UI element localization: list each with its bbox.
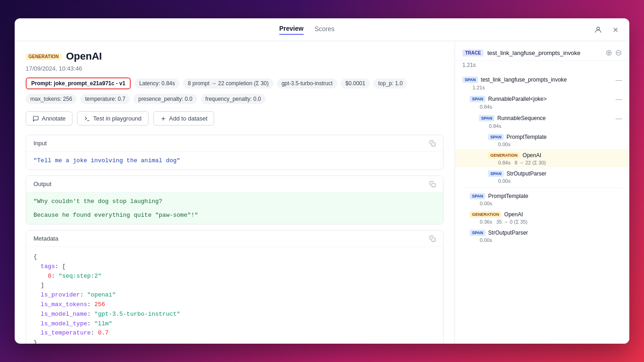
input-section: Input "Tell me a joke involving the anim… [26,135,444,170]
tabs-area: Preview Scores [22,25,592,35]
span-collapse-0[interactable]: — [616,76,622,83]
metadata-section: Metadata { tags: [ 0: "seq:step:2" ] ls_… [26,230,444,344]
span-row-1[interactable]: SPAN RunnableParallel<joke> — [470,94,622,104]
remove-trace-icon[interactable]: ⊖ [615,48,622,58]
span-item-7: GENERATION OpenAI 0.36s 35 → 0 (Σ 35) [455,208,629,226]
span-name-7: OpenAI [504,211,523,218]
input-section-header: Input [26,135,443,151]
span-item-3: SPAN PromptTemplate 0.00s [455,131,629,149]
latency-chip: Latency: 0.84s [134,78,179,88]
add-dataset-button[interactable]: Add to dataset [153,111,215,126]
svg-point-0 [597,27,600,30]
annotate-button[interactable]: Annotate [26,111,72,126]
span-badge-0: SPAN [462,77,478,83]
top-p-chip: top_p: 1.0 [373,78,407,88]
trace-icons: ⊕ ⊖ [605,48,622,58]
user-icon[interactable] [592,23,605,36]
chat-icon [33,115,39,122]
actions-row: Annotate Test in playground Add to datas… [26,111,444,126]
span-row-0[interactable]: SPAN test_link_langfuse_prompts_invoke — [462,75,622,85]
input-copy-button[interactable] [429,140,436,147]
span-time-2: 0.84s [489,123,622,129]
span-badge-2: SPAN [479,115,494,121]
frequency-penalty-chip: frequency_penalty: 0.0 [201,94,266,104]
output-copy-button[interactable] [429,181,436,187]
max-tokens-chip: max_tokens: 256 [26,94,77,104]
span-time-8: 0.00s [480,237,622,243]
temperature-chip: temperature: 0.7 [80,94,130,104]
span-badge-3: SPAN [488,134,504,140]
metadata-label: Metadata [33,235,58,242]
gen-badge-7: GENERATION [470,211,501,218]
span-time-6: 0.00s [480,201,622,206]
span-row-4[interactable]: GENERATION OpenAI [488,151,622,160]
span-item-8: SPAN StrOutputParser 0.00s [455,226,629,245]
model-chip: gpt-3.5-turbo-instruct [277,78,337,88]
span-time-0: 1.21s [472,85,622,90]
tokens-chip: 8 prompt → 22 completion (Σ 30) [183,78,273,88]
trace-total-time: 1.21s [455,61,629,73]
plus-icon [160,115,167,122]
span-name-8: StrOutputParser [488,230,528,236]
span-item-5: SPAN StrOutputParser 0.00s [455,167,629,186]
prompt-tag[interactable]: Prompt: joke_prompt_e21a971c - v1 [26,77,131,89]
top-bar: Preview Scores [15,18,629,41]
test-playground-button[interactable]: Test in playground [77,111,149,126]
span-row-6[interactable]: SPAN PromptTemplate [470,192,622,201]
output-label: Output [33,181,51,187]
input-content: "Tell me a joke involving the animal dog… [26,151,443,170]
span-item-6: SPAN PromptTemplate 0.00s [455,190,629,208]
span-badge-1: SPAN [470,96,485,102]
terminal-icon [84,115,90,122]
generation-title: OpenAI [66,50,102,62]
span-name-0: test_link_langfuse_prompts_invoke [481,77,566,83]
span-item-2: SPAN RunnableSequence — 0.84s [455,111,629,131]
span-time-7: 0.36s 35 → 0 (Σ 35) [480,219,622,225]
main-window: Preview Scores GENERATION OpenAI [15,18,629,344]
span-row-7[interactable]: GENERATION OpenAI [470,210,622,219]
trace-divider [462,187,622,188]
generation-badge: GENERATION [26,53,61,60]
left-panel: GENERATION OpenAI 17/09/2024, 10:43:46 P… [15,41,455,344]
meta-row-2: max_tokens: 256 temperature: 0.7 presenc… [26,94,444,104]
span-row-2[interactable]: SPAN RunnableSequence — [479,113,622,123]
span-name-1: RunnableParallel<joke> [488,96,546,102]
trace-panel: TRACE test_link_langfuse_prompts_invoke … [455,41,629,344]
output-section: Output "Why couldn't the dog stop laughi… [26,176,444,225]
main-content: GENERATION OpenAI 17/09/2024, 10:43:46 P… [15,41,629,344]
gen-badge-4: GENERATION [488,152,520,159]
span-item-0: SPAN test_link_langfuse_prompts_invoke —… [455,73,629,92]
svg-rect-6 [432,143,435,146]
span-collapse-2[interactable]: — [616,115,622,122]
generation-date: 17/09/2024, 10:43:46 [26,65,444,72]
span-name-6: PromptTemplate [488,193,528,199]
output-content: "Why couldn't the dog stop laughing? Bec… [26,192,443,224]
span-row-8[interactable]: SPAN StrOutputParser [470,228,622,237]
generation-header: GENERATION OpenAI [26,50,444,62]
span-name-2: RunnableSequence [497,115,545,121]
span-name-3: PromptTemplate [506,134,546,140]
span-time-1: 0.84s [480,104,622,110]
tab-preview[interactable]: Preview [279,25,304,35]
metadata-copy-button[interactable] [429,236,436,242]
span-row-5[interactable]: SPAN StrOutputParser [488,169,622,178]
close-icon[interactable] [609,23,622,36]
span-badge-5: SPAN [488,170,504,177]
svg-rect-8 [432,238,435,241]
metadata-section-header: Metadata [26,230,443,247]
prompt-row: Prompt: joke_prompt_e21a971c - v1 Latenc… [26,77,444,89]
trace-name: test_link_langfuse_prompts_invoke [487,49,602,56]
trace-badge: TRACE [462,49,483,56]
cost-chip: $0.0001 [341,78,370,88]
span-badge-6: SPAN [470,193,485,199]
top-icons [592,23,622,36]
add-trace-icon[interactable]: ⊕ [605,48,612,58]
span-row-3[interactable]: SPAN PromptTemplate [488,132,622,142]
metadata-content: { tags: [ 0: "seq:step:2" ] ls_provider:… [26,247,443,344]
output-section-header: Output [26,176,443,192]
tab-scores[interactable]: Scores [315,25,335,34]
span-collapse-1[interactable]: — [616,95,622,103]
span-item-4: GENERATION OpenAI 0.84s 8 → 22 (Σ 30) [455,149,629,167]
span-name-5: StrOutputParser [506,170,546,177]
span-time-3: 0.00s [498,142,622,147]
